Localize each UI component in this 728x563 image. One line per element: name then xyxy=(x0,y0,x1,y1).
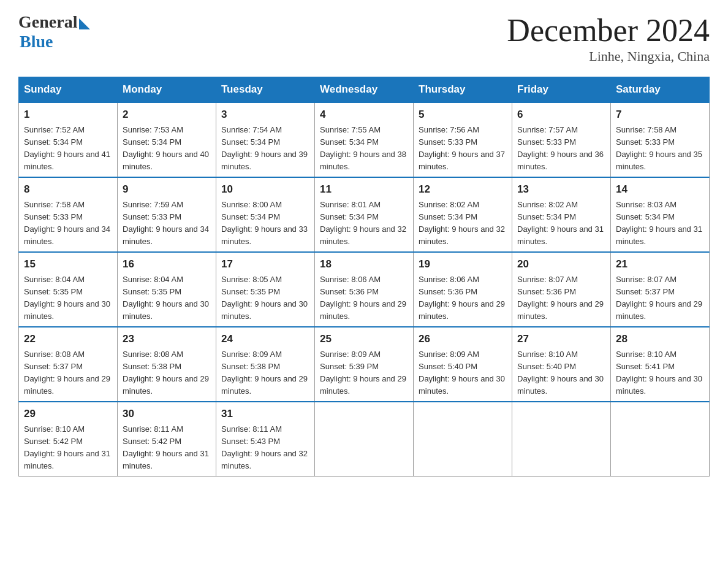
day-info: Sunrise: 7:56 AMSunset: 5:33 PMDaylight:… xyxy=(419,124,507,174)
calendar-day-cell: 11Sunrise: 8:01 AMSunset: 5:34 PMDayligh… xyxy=(315,177,414,252)
day-info: Sunrise: 7:52 AMSunset: 5:34 PMDaylight:… xyxy=(24,124,112,174)
day-number: 4 xyxy=(320,107,408,123)
calendar-day-cell: 2Sunrise: 7:53 AMSunset: 5:34 PMDaylight… xyxy=(118,102,216,177)
day-info: Sunrise: 7:57 AMSunset: 5:33 PMDaylight:… xyxy=(517,124,605,174)
calendar-day-cell: 4Sunrise: 7:55 AMSunset: 5:34 PMDaylight… xyxy=(315,102,414,177)
day-number: 24 xyxy=(221,331,309,347)
day-info: Sunrise: 8:00 AMSunset: 5:34 PMDaylight:… xyxy=(221,199,309,248)
day-info: Sunrise: 7:54 AMSunset: 5:34 PMDaylight:… xyxy=(221,124,309,174)
calendar-day-cell xyxy=(512,402,611,477)
logo-arrow-icon xyxy=(79,18,90,29)
day-info: Sunrise: 8:09 AMSunset: 5:40 PMDaylight:… xyxy=(419,348,507,398)
day-number: 19 xyxy=(419,256,507,272)
calendar-day-cell: 23Sunrise: 8:08 AMSunset: 5:38 PMDayligh… xyxy=(118,327,216,402)
weekday-header: Friday xyxy=(512,77,611,103)
day-number: 14 xyxy=(616,182,704,197)
calendar-table: SundayMondayTuesdayWednesdayThursdayFrid… xyxy=(18,77,710,477)
calendar-day-cell: 13Sunrise: 8:02 AMSunset: 5:34 PMDayligh… xyxy=(512,177,611,252)
day-number: 6 xyxy=(517,107,605,123)
day-number: 18 xyxy=(320,256,408,272)
calendar-day-cell: 22Sunrise: 8:08 AMSunset: 5:37 PMDayligh… xyxy=(19,327,118,402)
day-number: 28 xyxy=(616,331,704,347)
calendar-day-cell: 30Sunrise: 8:11 AMSunset: 5:42 PMDayligh… xyxy=(118,402,216,477)
calendar-day-cell: 12Sunrise: 8:02 AMSunset: 5:34 PMDayligh… xyxy=(414,177,512,252)
day-info: Sunrise: 8:08 AMSunset: 5:37 PMDaylight:… xyxy=(24,348,112,398)
calendar-day-cell: 29Sunrise: 8:10 AMSunset: 5:42 PMDayligh… xyxy=(19,402,118,477)
calendar-day-cell xyxy=(414,402,512,477)
logo-blue-text: Blue xyxy=(20,32,53,52)
day-info: Sunrise: 8:08 AMSunset: 5:38 PMDaylight:… xyxy=(123,348,211,398)
day-number: 31 xyxy=(221,406,309,422)
day-info: Sunrise: 8:11 AMSunset: 5:42 PMDaylight:… xyxy=(123,423,211,473)
day-info: Sunrise: 8:10 AMSunset: 5:42 PMDaylight:… xyxy=(24,423,112,473)
title-area: December 2024 Linhe, Ningxia, China xyxy=(507,12,710,64)
logo: General Blue xyxy=(18,12,90,52)
page-header: General Blue December 2024 Linhe, Ningxi… xyxy=(18,12,710,64)
calendar-day-cell xyxy=(315,402,414,477)
day-number: 13 xyxy=(517,182,605,197)
day-info: Sunrise: 8:05 AMSunset: 5:35 PMDaylight:… xyxy=(221,274,309,323)
day-info: Sunrise: 7:58 AMSunset: 5:33 PMDaylight:… xyxy=(616,124,704,174)
calendar-day-cell: 21Sunrise: 8:07 AMSunset: 5:37 PMDayligh… xyxy=(611,252,710,327)
day-number: 25 xyxy=(320,331,408,347)
calendar-week-row: 1Sunrise: 7:52 AMSunset: 5:34 PMDaylight… xyxy=(19,102,710,177)
day-number: 20 xyxy=(517,256,605,272)
weekday-header: Sunday xyxy=(19,77,118,103)
day-info: Sunrise: 8:07 AMSunset: 5:37 PMDaylight:… xyxy=(616,274,704,323)
calendar-day-cell: 3Sunrise: 7:54 AMSunset: 5:34 PMDaylight… xyxy=(216,102,315,177)
day-info: Sunrise: 8:10 AMSunset: 5:40 PMDaylight:… xyxy=(517,348,605,398)
day-info: Sunrise: 8:04 AMSunset: 5:35 PMDaylight:… xyxy=(24,274,112,323)
calendar-day-cell: 18Sunrise: 8:06 AMSunset: 5:36 PMDayligh… xyxy=(315,252,414,327)
calendar-week-row: 29Sunrise: 8:10 AMSunset: 5:42 PMDayligh… xyxy=(19,402,710,477)
weekday-header: Monday xyxy=(118,77,216,103)
calendar-day-cell: 7Sunrise: 7:58 AMSunset: 5:33 PMDaylight… xyxy=(611,102,710,177)
day-number: 7 xyxy=(616,107,704,123)
calendar-day-cell: 1Sunrise: 7:52 AMSunset: 5:34 PMDaylight… xyxy=(19,102,118,177)
calendar-day-cell: 6Sunrise: 7:57 AMSunset: 5:33 PMDaylight… xyxy=(512,102,611,177)
day-info: Sunrise: 8:09 AMSunset: 5:39 PMDaylight:… xyxy=(320,348,408,398)
day-number: 10 xyxy=(221,182,309,197)
weekday-header: Saturday xyxy=(611,77,710,103)
calendar-day-cell: 25Sunrise: 8:09 AMSunset: 5:39 PMDayligh… xyxy=(315,327,414,402)
calendar-week-row: 8Sunrise: 7:58 AMSunset: 5:33 PMDaylight… xyxy=(19,177,710,252)
day-number: 9 xyxy=(123,182,211,197)
day-info: Sunrise: 8:01 AMSunset: 5:34 PMDaylight:… xyxy=(320,199,408,248)
weekday-header: Tuesday xyxy=(216,77,315,103)
calendar-day-cell: 10Sunrise: 8:00 AMSunset: 5:34 PMDayligh… xyxy=(216,177,315,252)
day-number: 8 xyxy=(24,182,112,197)
day-info: Sunrise: 8:04 AMSunset: 5:35 PMDaylight:… xyxy=(123,274,211,323)
calendar-day-cell: 31Sunrise: 8:11 AMSunset: 5:43 PMDayligh… xyxy=(216,402,315,477)
day-number: 29 xyxy=(24,406,112,422)
calendar-day-cell: 16Sunrise: 8:04 AMSunset: 5:35 PMDayligh… xyxy=(118,252,216,327)
day-info: Sunrise: 8:10 AMSunset: 5:41 PMDaylight:… xyxy=(616,348,704,398)
calendar-day-cell: 19Sunrise: 8:06 AMSunset: 5:36 PMDayligh… xyxy=(414,252,512,327)
calendar-day-cell: 17Sunrise: 8:05 AMSunset: 5:35 PMDayligh… xyxy=(216,252,315,327)
day-number: 16 xyxy=(123,256,211,272)
calendar-day-cell: 8Sunrise: 7:58 AMSunset: 5:33 PMDaylight… xyxy=(19,177,118,252)
day-number: 17 xyxy=(221,256,309,272)
weekday-header: Thursday xyxy=(414,77,512,103)
calendar-header-row: SundayMondayTuesdayWednesdayThursdayFrid… xyxy=(19,77,710,103)
day-number: 22 xyxy=(24,331,112,347)
day-info: Sunrise: 7:55 AMSunset: 5:34 PMDaylight:… xyxy=(320,124,408,174)
calendar-day-cell: 26Sunrise: 8:09 AMSunset: 5:40 PMDayligh… xyxy=(414,327,512,402)
calendar-day-cell: 15Sunrise: 8:04 AMSunset: 5:35 PMDayligh… xyxy=(19,252,118,327)
day-number: 12 xyxy=(419,182,507,197)
calendar-week-row: 15Sunrise: 8:04 AMSunset: 5:35 PMDayligh… xyxy=(19,252,710,327)
calendar-day-cell: 5Sunrise: 7:56 AMSunset: 5:33 PMDaylight… xyxy=(414,102,512,177)
day-number: 23 xyxy=(123,331,211,347)
day-number: 27 xyxy=(517,331,605,347)
calendar-day-cell: 28Sunrise: 8:10 AMSunset: 5:41 PMDayligh… xyxy=(611,327,710,402)
weekday-header: Wednesday xyxy=(315,77,414,103)
day-number: 3 xyxy=(221,107,309,123)
calendar-day-cell: 20Sunrise: 8:07 AMSunset: 5:36 PMDayligh… xyxy=(512,252,611,327)
day-info: Sunrise: 8:09 AMSunset: 5:38 PMDaylight:… xyxy=(221,348,309,398)
day-info: Sunrise: 8:06 AMSunset: 5:36 PMDaylight:… xyxy=(419,274,507,323)
day-info: Sunrise: 8:06 AMSunset: 5:36 PMDaylight:… xyxy=(320,274,408,323)
month-title: December 2024 xyxy=(507,12,710,48)
day-number: 5 xyxy=(419,107,507,123)
day-info: Sunrise: 7:58 AMSunset: 5:33 PMDaylight:… xyxy=(24,199,112,248)
logo-general-text: General xyxy=(18,12,77,32)
day-number: 11 xyxy=(320,182,408,197)
calendar-day-cell: 14Sunrise: 8:03 AMSunset: 5:34 PMDayligh… xyxy=(611,177,710,252)
